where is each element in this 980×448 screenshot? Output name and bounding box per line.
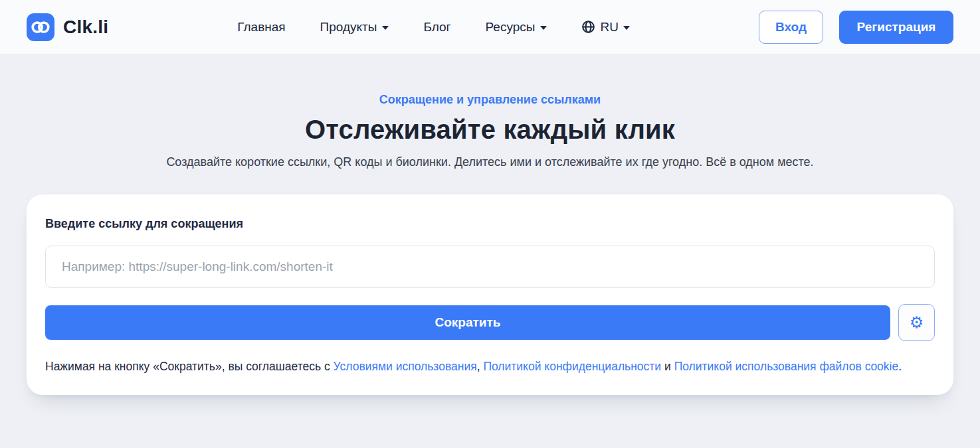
- legal-text: Нажимая на кнопку «Сократить», вы соглаш…: [45, 356, 935, 378]
- nav-item-label: Блог: [423, 20, 450, 35]
- chevron-down-icon: [623, 26, 630, 30]
- brand-name: Clk.li: [63, 17, 108, 38]
- nav-item-label: Ресурсы: [486, 20, 536, 35]
- header: Clk.li Главная Продукты Блог Ресурсы RU: [0, 0, 980, 54]
- nav-item-blog[interactable]: Блог: [423, 20, 450, 35]
- register-button[interactable]: Регистрация: [839, 11, 953, 44]
- legal-separator: ,: [477, 360, 484, 373]
- terms-link[interactable]: Условиями использования: [334, 360, 477, 373]
- nav-item-label: Продукты: [320, 20, 377, 35]
- page-title: Отслеживайте каждый клик: [0, 115, 980, 145]
- shorten-card: Введите ссылку для сокращения Сократить …: [27, 194, 953, 395]
- gear-icon: ⚙︎: [910, 315, 924, 331]
- main-nav: Главная Продукты Блог Ресурсы RU: [128, 20, 739, 35]
- cookies-link[interactable]: Политикой использования файлов cookie: [674, 360, 899, 373]
- legal-separator: и: [661, 360, 674, 373]
- nav-item-home[interactable]: Главная: [237, 20, 285, 35]
- nav-item-products[interactable]: Продукты: [320, 20, 389, 35]
- auth-buttons: Вход Регистрация: [759, 11, 953, 44]
- language-code: RU: [600, 20, 618, 35]
- hero-description: Создавайте короткие ссылки, QR коды и би…: [0, 155, 980, 169]
- legal-prefix: Нажимая на кнопку «Сократить», вы соглаш…: [45, 360, 334, 373]
- chevron-down-icon: [540, 26, 547, 30]
- login-button[interactable]: Вход: [759, 11, 823, 44]
- link-icon: [27, 13, 54, 41]
- chevron-down-icon: [382, 26, 389, 30]
- brand-logo[interactable]: Clk.li: [27, 13, 108, 41]
- form-actions: Сократить ⚙︎: [45, 304, 935, 341]
- legal-suffix: .: [898, 360, 902, 373]
- nav-item-resources[interactable]: Ресурсы: [486, 20, 547, 35]
- hero-eyebrow: Сокращение и управление ссылками: [0, 93, 980, 107]
- url-input[interactable]: [45, 246, 935, 288]
- url-input-label: Введите ссылку для сокращения: [45, 217, 935, 231]
- nav-item-label: Главная: [237, 20, 285, 35]
- hero-section: Сокращение и управление ссылками Отслежи…: [0, 54, 980, 169]
- privacy-link[interactable]: Политикой конфиденциальности: [483, 360, 661, 373]
- shorten-button[interactable]: Сократить: [45, 305, 890, 340]
- language-selector[interactable]: RU: [581, 20, 629, 35]
- globe-icon: [581, 20, 595, 34]
- settings-button[interactable]: ⚙︎: [898, 304, 935, 341]
